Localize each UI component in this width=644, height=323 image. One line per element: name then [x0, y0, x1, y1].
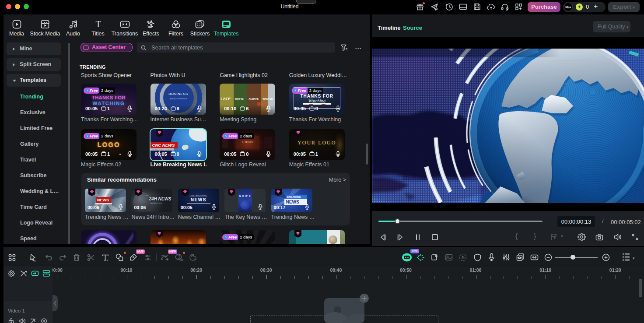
- svg-text:AI: AI: [180, 258, 183, 261]
- svg-text:AI: AI: [194, 258, 196, 261]
- svg-text:T: T: [95, 20, 101, 29]
